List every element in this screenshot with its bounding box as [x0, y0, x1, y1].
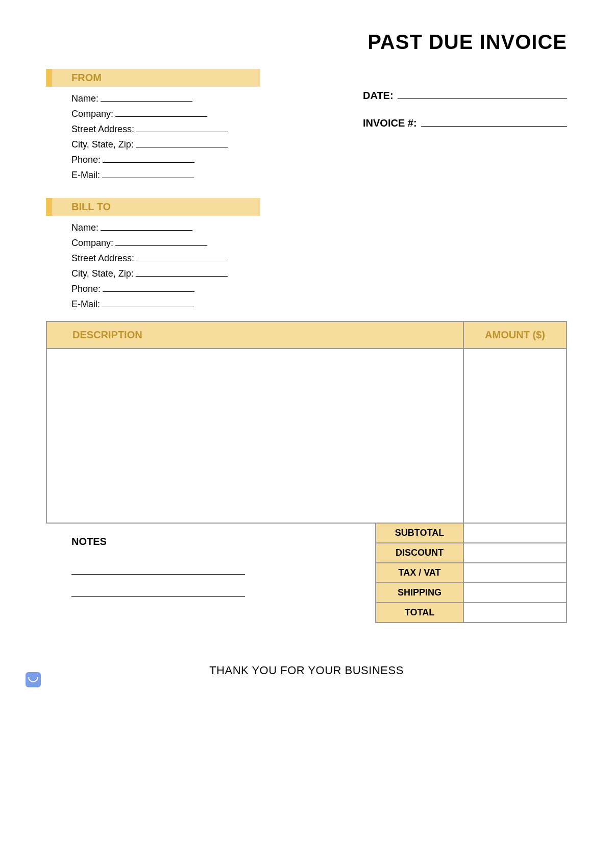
tax-label: TAX / VAT [376, 563, 464, 582]
header-row: FROM Name: Company: Street Address: City… [46, 69, 567, 184]
invoice-row: INVOICE #: [363, 116, 567, 129]
summary-table: SUBTOTAL DISCOUNT TAX / VAT SHIPPING TOT… [375, 524, 567, 623]
bottom-row: NOTES SUBTOTAL DISCOUNT TAX / VAT SHIPPI… [46, 524, 567, 623]
total-value[interactable] [464, 603, 566, 622]
from-street: Street Address: [71, 122, 260, 135]
col-amount: AMOUNT ($) [464, 322, 566, 348]
from-email-input[interactable] [102, 168, 194, 178]
notes-heading: NOTES [71, 536, 355, 548]
from-name: Name: [71, 92, 260, 104]
shipping-value[interactable] [464, 583, 566, 602]
from-city-input[interactable] [136, 138, 228, 147]
billto-street-input[interactable] [136, 252, 228, 261]
billto-company-input[interactable] [115, 236, 207, 246]
discount-value[interactable] [464, 543, 566, 562]
invoice-num-input[interactable] [421, 116, 567, 127]
tax-value[interactable] [464, 563, 566, 582]
page-title: PAST DUE INVOICE [46, 31, 567, 54]
from-city: City, State, Zip: [71, 138, 260, 150]
total-row: TOTAL [376, 603, 566, 622]
shipping-row: SHIPPING [376, 583, 566, 603]
meta-block: DATE: INVOICE #: [363, 69, 567, 143]
from-heading: FROM [46, 69, 260, 87]
billto-phone-input[interactable] [103, 282, 194, 292]
note-line-1[interactable] [71, 562, 245, 575]
billto-name-input[interactable] [101, 221, 192, 231]
from-email: E-Mail: [71, 168, 260, 181]
billto-email-input[interactable] [102, 297, 194, 307]
discount-label: DISCOUNT [376, 543, 464, 562]
invoice-page: PAST DUE INVOICE FROM Name: Company: Str… [0, 0, 613, 708]
from-company-input[interactable] [115, 107, 207, 117]
from-phone-input[interactable] [103, 153, 194, 163]
shipping-label: SHIPPING [376, 583, 464, 602]
subtotal-row: SUBTOTAL [376, 524, 566, 543]
from-name-input[interactable] [101, 92, 192, 102]
app-badge-icon [26, 672, 41, 687]
subtotal-value[interactable] [464, 524, 566, 542]
from-fields: Name: Company: Street Address: City, Sta… [46, 92, 260, 181]
from-block: FROM Name: Company: Street Address: City… [46, 69, 260, 184]
billto-name: Name: [71, 221, 260, 233]
billto-email: E-Mail: [71, 297, 260, 310]
total-label: TOTAL [376, 603, 464, 622]
discount-row: DISCOUNT [376, 543, 566, 563]
invoice-num-label: INVOICE # [363, 117, 413, 129]
billto-phone: Phone: [71, 282, 260, 294]
date-input[interactable] [398, 88, 567, 99]
billto-city-input[interactable] [136, 267, 228, 277]
billto-city: City, State, Zip: [71, 267, 260, 279]
tax-row: TAX / VAT [376, 563, 566, 583]
description-cell[interactable] [47, 349, 464, 523]
line-items-table: DESCRIPTION AMOUNT ($) [46, 321, 567, 524]
col-description: DESCRIPTION [47, 322, 464, 348]
billto-company: Company: [71, 236, 260, 249]
from-street-input[interactable] [136, 122, 228, 132]
table-body [47, 349, 566, 523]
note-line-2[interactable] [71, 584, 245, 597]
table-header: DESCRIPTION AMOUNT ($) [47, 322, 566, 349]
amount-cell[interactable] [464, 349, 566, 523]
date-row: DATE: [363, 88, 567, 102]
subtotal-label: SUBTOTAL [376, 524, 464, 542]
billto-street: Street Address: [71, 252, 260, 264]
bill-to-fields: Name: Company: Street Address: City, Sta… [46, 221, 260, 310]
from-company: Company: [71, 107, 260, 119]
date-label: DATE [363, 90, 390, 101]
bill-to-heading: BILL TO [46, 198, 260, 216]
notes-block: NOTES [46, 524, 375, 606]
bill-to-block: BILL TO Name: Company: Street Address: C… [46, 198, 260, 310]
footer-message: THANK YOU FOR YOUR BUSINESS [46, 664, 567, 677]
from-phone: Phone: [71, 153, 260, 165]
